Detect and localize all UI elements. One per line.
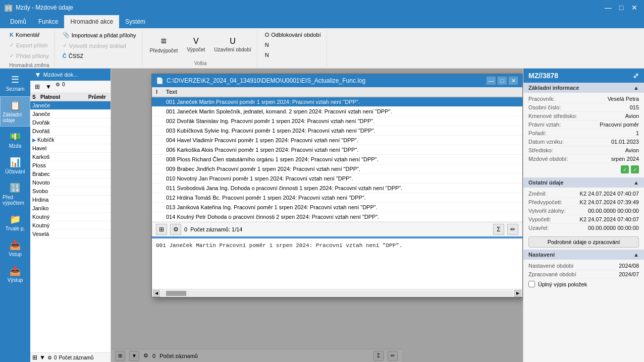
pred-vypoctem-icon: 🔢 — [10, 183, 21, 194]
dialog-minimize-btn[interactable]: — — [486, 76, 496, 85]
dialog-log-row[interactable]: 013 Janíková Kateřina Ing. Pracovní pomě… — [152, 203, 522, 212]
btn-podrobne-udaje[interactable]: Podrobné údaje o zpracování — [528, 236, 639, 248]
collapse-ostatni-icon[interactable]: ▲ — [633, 179, 639, 186]
expand-icon[interactable]: ⤢ — [633, 72, 639, 80]
list-panel-checkbox[interactable]: ▼ — [34, 71, 41, 79]
list-item[interactable]: Dvořáš — [30, 127, 111, 136]
list-item[interactable]: Koutný — [30, 221, 111, 230]
scroll-track[interactable] — [161, 291, 513, 296]
scroll-thumb[interactable] — [166, 291, 186, 296]
maximize-button[interactable]: □ — [616, 2, 627, 13]
collapse-zakladni-icon[interactable]: ▲ — [633, 85, 639, 91]
predvypocet-button[interactable]: ≡ Předvýpočet — [146, 33, 182, 56]
item-name: Havel — [32, 145, 46, 151]
list-item[interactable]: Janíko — [30, 204, 111, 213]
dialog-log-row[interactable]: 001 Janeček Martin Společník, jednatel, … — [152, 107, 522, 116]
value-zmenil: K2 24.07.2024 07:40:07 — [580, 191, 639, 197]
n1-button[interactable]: N — [261, 40, 325, 49]
list-item[interactable]: Dvořák — [30, 118, 111, 127]
checkbox-green-2[interactable]: ✓ — [631, 165, 639, 173]
komentar-button[interactable]: K Komentář — [6, 30, 52, 39]
label-vytvoril-zalohy: Vytvořil zálohy: — [528, 208, 574, 214]
tab-domu[interactable]: Domů — [4, 15, 32, 28]
tab-funkce[interactable]: Funkce — [32, 15, 64, 28]
dialog-log-row[interactable]: 002 Dvořák Stanislav Ing. Pracovní poměr… — [152, 116, 522, 126]
row-text: 003 Kubíčková Sylvie Ing. Pracovní poměr… — [166, 128, 518, 134]
dialog-log-row[interactable]: 014 Koutný Petr Dohoda o pracovní činnos… — [152, 212, 522, 222]
sidebar-item-uctovani[interactable]: 📊 Účtování — [0, 153, 30, 178]
list-item[interactable]: Brabec — [30, 170, 111, 178]
dialog-log-row[interactable]: 010 Novotný Jan Pracovní poměr 1 srpen 2… — [152, 174, 522, 184]
item-name: Brabec — [32, 171, 50, 177]
list-panel-grid-btn[interactable]: ⊞ — [32, 82, 42, 92]
footer-grid-icon[interactable]: ⊞ — [32, 354, 37, 361]
dialog-settings-btn[interactable]: ⚙ — [170, 224, 181, 235]
collapse-nastaveni-icon[interactable]: ▲ — [633, 252, 639, 258]
list-item[interactable]: ▶ Kubíčk — [30, 136, 111, 144]
uplny-vypis-checkbox[interactable] — [528, 281, 535, 287]
n2-button[interactable]: N — [261, 50, 325, 59]
predvypocet-label: Předvýpočet — [150, 48, 178, 53]
scroll-right-arrow[interactable]: ▶ — [514, 290, 521, 297]
dialog-close-btn[interactable]: ✕ — [508, 76, 518, 85]
dialog-log-row[interactable]: 009 Brabec Jindřich Pracovní poměr 1 srp… — [152, 164, 522, 174]
sidebar-item-pred-vypoctem[interactable]: 🔢 Před výpočtem — [0, 179, 30, 209]
vypocet-button[interactable]: V Výpočet — [183, 34, 208, 55]
list-item[interactable]: Havel — [30, 144, 111, 153]
sidebar-item-vystup[interactable]: 📤 Výstup — [0, 262, 30, 286]
label-mzdove-obdobi: Mzdové období: — [528, 156, 574, 162]
cssz-button[interactable]: Č ČSSZ — [59, 51, 140, 61]
odblokovani-button[interactable]: O Odblokování období — [261, 30, 325, 39]
info-row-zmenil: Změnil: K2 24.07.2024 07:40:07 — [528, 190, 639, 198]
checkbox-green-1[interactable]: ✓ — [621, 165, 629, 173]
list-item[interactable]: Ploss — [30, 161, 111, 170]
dialog-grid-btn[interactable]: ⊞ — [156, 224, 167, 235]
dialog-log-row[interactable]: 008 Ploss Richard Člen statutárního orgá… — [152, 155, 522, 164]
dialog-edit-btn[interactable]: ✏ — [507, 224, 518, 235]
dialog-log-row[interactable]: 001 Janeček Martin Pracovní poměr 1 srpe… — [152, 97, 522, 107]
dialog-log-row[interactable]: 004 Havel Vladimír Pracovní poměr 1 srpe… — [152, 136, 522, 145]
label-predvypocetl: Předvypočetl: — [528, 199, 574, 205]
minimize-button[interactable]: — — [603, 2, 614, 13]
app-title: Mzdy - Mzdové údaje — [16, 4, 73, 11]
pridat-icon: ✓ — [10, 52, 14, 59]
uzavreni-button[interactable]: U Uzavření období — [210, 34, 254, 55]
label-uzavrel: Uzavřel: — [528, 225, 574, 231]
close-button[interactable]: ✕ — [629, 2, 640, 13]
scroll-left-arrow[interactable]: ◀ — [153, 290, 160, 297]
tab-hromadne-akce[interactable]: Hromadné akce — [64, 15, 119, 28]
dialog-log-row[interactable]: 006 Karkoška Alois Pracovní poměr 1 srpe… — [152, 145, 522, 155]
export-prilohy-button[interactable]: ✓ Export příloh — [6, 40, 52, 50]
list-item[interactable]: Janeče — [30, 101, 111, 110]
dialog-sum-btn[interactable]: Σ — [493, 224, 504, 235]
sidebar-item-mzda[interactable]: 💵 Mzda — [0, 128, 30, 152]
uzavreni-icon: U — [230, 37, 236, 46]
list-item[interactable]: Svobo — [30, 187, 111, 196]
list-item[interactable]: Karkoš — [30, 153, 111, 161]
dialog-maximize-btn[interactable]: □ — [497, 76, 507, 85]
list-item[interactable]: Hrdina — [30, 196, 111, 204]
dialog-log-row[interactable]: 003 Kubíčková Sylvie Ing. Pracovní poměr… — [152, 126, 522, 136]
list-item[interactable]: Novoto — [30, 178, 111, 187]
list-item[interactable]: Janeče — [30, 110, 111, 118]
cssz-label: ČSSZ — [69, 53, 83, 59]
list-item[interactable]: Veselá — [30, 230, 111, 238]
sidebar-item-seznam[interactable]: ☰ Seznam — [0, 71, 30, 95]
pridat-prilohy-button[interactable]: ✓ Přidat přílohy — [6, 51, 52, 61]
section-header-ostatni: Ostatní údaje ▲ — [523, 177, 644, 188]
list-panel-filter-btn[interactable]: ▼ — [43, 82, 53, 92]
importovat-button[interactable]: 📎 Importovat a přidat přílohy — [59, 30, 140, 40]
list-item[interactable]: Koutný — [30, 213, 111, 221]
tab-system[interactable]: Systém — [119, 15, 151, 28]
sidebar-item-trvale-p[interactable]: 📁 Trvalé p. — [0, 210, 30, 235]
dialog-log-row[interactable]: 012 Hrdina Tomáš Bc. Pracovní poměr 1 sr… — [152, 193, 522, 203]
row-text: 013 Janíková Kateřina Ing. Pracovní pomě… — [166, 204, 518, 210]
right-panel-title: MZ//3878 ⤢ — [523, 69, 644, 83]
dialog-bottom-scrollbar[interactable]: ◀ ▶ — [152, 289, 522, 297]
app-icon: 🏢 — [4, 4, 13, 12]
footer-filter-icon[interactable]: ▼ — [39, 354, 45, 361]
sidebar-item-vstup[interactable]: 📥 Vstup — [0, 236, 30, 261]
sidebar-item-zakladni-udaje[interactable]: 📋 Základní údaje — [0, 96, 30, 127]
vytvorit-mzdovy-button[interactable]: ✓ Vytvořit mzdový doklad — [59, 41, 140, 50]
dialog-log-row[interactable]: 011 Svobodová Jana Ing. Dohoda o pracovn… — [152, 184, 522, 193]
